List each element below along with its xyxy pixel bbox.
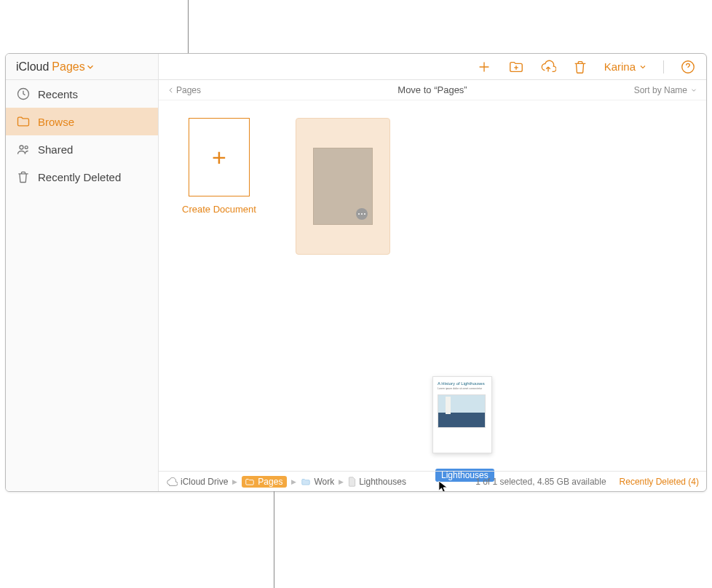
sort-menu[interactable]: Sort by Name (634, 85, 697, 95)
folder-thumbnail (313, 148, 373, 225)
upload-button[interactable] (540, 59, 556, 75)
sidebar-header[interactable]: iCloud Pages (6, 54, 158, 80)
people-icon (16, 142, 31, 156)
new-folder-button[interactable] (508, 59, 524, 75)
sidebar-item-label: Recents (38, 88, 78, 100)
breadcrumb-pages[interactable]: Pages (242, 476, 287, 488)
document-icon (348, 477, 356, 487)
help-button[interactable] (680, 59, 696, 75)
status-text: 1 of 1 selected, 4.85 GB available (475, 477, 606, 487)
breadcrumb-separator-icon: ▶ (339, 478, 344, 485)
folder-icon (16, 114, 31, 129)
callout-line-bottom (274, 491, 274, 588)
chevron-down-icon (690, 87, 697, 94)
footer-bar: iCloud Drive ▶ Pages ▶ Work ▶ Lighthouse… (159, 471, 706, 491)
breadcrumb: iCloud Drive ▶ Pages ▶ Work ▶ Lighthouse… (166, 476, 406, 488)
create-document-label: Create Document (182, 204, 256, 215)
main-pane: Karina Pages Move to “Pages” Sort by Nam… (159, 54, 706, 491)
plus-icon: + (189, 118, 250, 196)
sidebar-item-recently-deleted[interactable]: Recently Deleted (6, 163, 158, 191)
app-switcher[interactable]: Pages (52, 60, 95, 74)
drop-target-title: Move to “Pages” (397, 84, 467, 95)
toolbar: Karina (159, 54, 706, 80)
document-grid[interactable]: + Create Document (159, 100, 706, 471)
folder-icon (301, 477, 311, 486)
trash-icon (16, 170, 31, 184)
breadcrumb-separator-icon: ▶ (232, 478, 237, 485)
svg-point-1 (20, 146, 23, 149)
recently-deleted-link[interactable]: Recently Deleted (4) (620, 477, 699, 487)
browse-subheader: Pages Move to “Pages” Sort by Name (159, 80, 706, 100)
breadcrumb-separator-icon: ▶ (291, 478, 296, 485)
breadcrumb-work[interactable]: Work (301, 477, 334, 487)
document-manager-window: iCloud Pages Recents Browse Shared (5, 53, 707, 492)
create-document-tile[interactable]: + Create Document (179, 118, 259, 215)
brand-label: iCloud (16, 60, 49, 74)
breadcrumb-icloud-drive[interactable]: iCloud Drive (166, 477, 228, 487)
back-button[interactable]: Pages (167, 85, 201, 95)
divider (663, 60, 664, 74)
sidebar-item-shared[interactable]: Shared (6, 135, 158, 163)
folder-icon (245, 477, 255, 486)
create-document-button[interactable] (476, 59, 492, 75)
user-menu[interactable]: Karina (604, 60, 647, 73)
breadcrumb-lighthouses[interactable]: Lighthouses (348, 477, 406, 487)
chevron-down-icon (85, 62, 95, 72)
clock-icon (16, 87, 31, 101)
sidebar-item-recents[interactable]: Recents (6, 80, 158, 108)
more-button[interactable] (356, 208, 368, 220)
sidebar-item-label: Browse (38, 116, 74, 128)
sidebar-item-browse[interactable]: Browse (6, 108, 158, 135)
delete-button[interactable] (572, 59, 588, 75)
sidebar-item-label: Shared (38, 143, 73, 156)
callout-line-top (188, 0, 189, 53)
cloud-icon (166, 477, 178, 486)
sidebar: iCloud Pages Recents Browse Shared (6, 54, 159, 491)
chevron-down-icon (638, 63, 647, 71)
sidebar-item-label: Recently Deleted (38, 171, 121, 183)
svg-point-2 (25, 146, 28, 149)
chevron-left-icon (167, 87, 175, 94)
folder-tile[interactable] (296, 118, 390, 255)
